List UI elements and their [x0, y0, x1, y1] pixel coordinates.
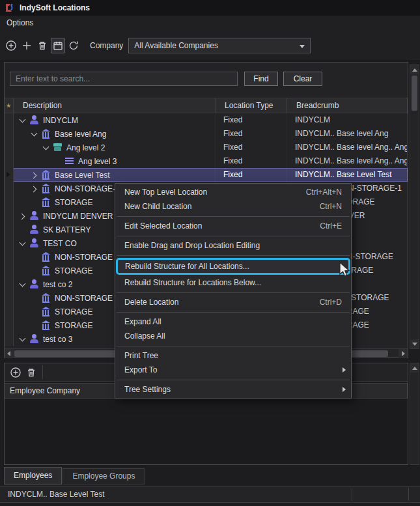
- search-input[interactable]: [10, 72, 238, 86]
- row-label: TEST CO: [43, 239, 77, 248]
- menu-separator: [117, 380, 350, 380]
- scroll-left-arrow-icon[interactable]: [5, 349, 14, 358]
- add-child-location-button[interactable]: [20, 38, 34, 53]
- collapse-chevron-icon[interactable]: [31, 185, 38, 193]
- menu-separator: [117, 312, 350, 313]
- location-type-cell: Fixed: [216, 141, 287, 154]
- row-indicator: [5, 154, 14, 168]
- tree-row[interactable]: INDYCLM Fixed INDYCLM: [5, 113, 408, 127]
- expand-chevron-icon[interactable]: [19, 335, 27, 343]
- breadcrumb-cell: INDYCLM.. Base level Ang: [287, 127, 408, 141]
- add-employee-button[interactable]: [8, 365, 23, 380]
- column-header-location-type[interactable]: Location Type: [216, 98, 287, 113]
- expand-chevron-icon[interactable]: [19, 240, 27, 247]
- row-indicator: [5, 113, 14, 127]
- tab-employee-groups[interactable]: Employee Groups: [63, 468, 145, 485]
- scroll-down-arrow-icon[interactable]: [410, 339, 419, 348]
- menu-item-delete-location[interactable]: Delete LocationCtrl+D: [115, 295, 351, 309]
- building-icon: [41, 293, 51, 303]
- expand-chevron-icon[interactable]: [19, 117, 27, 124]
- menu-item-label: Tree Settings: [124, 385, 171, 394]
- menu-item-edit-selected-location[interactable]: Edit Selected LocationCtrl+E: [115, 219, 351, 233]
- tree-row[interactable]: Ang level 3 Fixed INDYCLM.. Base level A…: [5, 154, 408, 168]
- menu-item-print-tree[interactable]: Print Tree: [115, 348, 351, 363]
- menu-item-new-child-location[interactable]: New Child LocationCtrl+N: [115, 199, 351, 214]
- menu-separator: [117, 255, 350, 256]
- find-button[interactable]: Find: [244, 72, 278, 86]
- scroll-up-arrow-icon[interactable]: [410, 65, 419, 74]
- row-indicator: [5, 209, 14, 223]
- trash-icon: [36, 40, 48, 51]
- delete-location-button[interactable]: [35, 38, 49, 53]
- row-label: STORAGE: [55, 321, 92, 330]
- breadcrumb-cell: INDYCLM.. Base Level Test: [287, 168, 408, 182]
- menu-item-tree-settings[interactable]: Tree Settings: [115, 382, 351, 397]
- circle-plus-icon: [5, 40, 17, 51]
- calendar-icon: [52, 40, 64, 51]
- row-indicator: [5, 277, 14, 291]
- chevron-spacer: [54, 158, 62, 165]
- expand-chevron-icon[interactable]: [31, 130, 38, 138]
- delete-employee-button[interactable]: [24, 365, 38, 380]
- clear-button[interactable]: Clear: [283, 72, 322, 86]
- row-indicator: [5, 127, 14, 141]
- company-icon: [29, 238, 40, 248]
- tree-row[interactable]: Ang level 2 Fixed INDYCLM.. Base level A…: [5, 141, 408, 154]
- column-header-description[interactable]: Description: [14, 98, 216, 113]
- calendar-view-button[interactable]: [51, 38, 65, 53]
- row-indicator: [5, 141, 14, 154]
- scroll-up-arrow-icon[interactable]: [410, 363, 419, 372]
- mouse-cursor: [339, 262, 352, 279]
- row-label: STORAGE: [55, 266, 92, 275]
- tree-row-selected[interactable]: Base Level Test Fixed INDYCLM.. Base Lev…: [5, 168, 408, 182]
- breadcrumb-cell: INDYCLM: [287, 113, 408, 127]
- column-header-blank: [352, 384, 408, 398]
- main-toolbar: Company All Available Companies: [0, 30, 420, 61]
- row-indicator: [5, 264, 14, 277]
- tree-row[interactable]: Base level Ang Fixed INDYCLM.. Base leve…: [5, 127, 408, 141]
- vertical-scrollbar[interactable]: [410, 64, 419, 349]
- row-indicator: [5, 195, 14, 209]
- breadcrumb-cell: INDYCLM.. Base level Ang.. Ang leve: [287, 141, 408, 154]
- expand-chevron-icon[interactable]: [42, 144, 50, 152]
- menu-item-label: Enable Drag and Drop Location Editing: [124, 241, 260, 250]
- menu-shortcut: Ctrl+E: [320, 221, 342, 231]
- refresh-button[interactable]: [66, 38, 81, 53]
- collapse-chevron-icon[interactable]: [31, 171, 38, 179]
- menu-item-label: Delete Location: [124, 298, 178, 307]
- row-label: NON-STORAGE: [55, 294, 113, 303]
- row-indicator: [5, 182, 14, 195]
- company-icon: [29, 115, 40, 125]
- tab-employees[interactable]: Employees: [4, 467, 62, 485]
- scroll-right-arrow-icon[interactable]: [399, 349, 408, 358]
- menu-item-label: Collapse All: [124, 331, 165, 341]
- row-label: STORAGE: [55, 198, 92, 207]
- menu-item-new-top-level-location[interactable]: New Top Level LocationCtrl+Alt+N: [115, 185, 351, 199]
- menu-options[interactable]: Options: [0, 16, 40, 30]
- menu-separator: [117, 292, 350, 293]
- menu-item-rebuild-structure-locations-below[interactable]: Rebuild Structure for Locations Below...: [115, 275, 351, 290]
- collapse-chevron-icon[interactable]: [19, 212, 27, 220]
- menu-item-label: Rebuild Structure for All Locations...: [125, 262, 249, 271]
- menu-item-label: New Top Level Location: [124, 188, 207, 197]
- add-top-location-button[interactable]: [4, 38, 18, 53]
- chevron-spacer: [31, 253, 38, 261]
- column-header-breadcrumb[interactable]: Breadcrumb: [287, 98, 408, 113]
- menu-item-collapse-all[interactable]: Collapse All: [115, 329, 351, 343]
- row-label: NON-STORAGE-1: [55, 184, 120, 193]
- vertical-scrollbar-thumb[interactable]: [412, 76, 417, 111]
- employee-vertical-scrollbar[interactable]: [410, 363, 419, 465]
- company-icon: [29, 279, 40, 289]
- indicator-header-cell: [5, 98, 14, 113]
- menu-item-rebuild-structure-all-locations[interactable]: Rebuild Structure for All Locations...: [116, 258, 350, 275]
- container-icon: [53, 143, 63, 152]
- submenu-arrow-icon: [343, 367, 346, 372]
- company-dropdown[interactable]: All Available Companies: [128, 38, 311, 53]
- menu-item-expand-all[interactable]: Expand All: [115, 315, 351, 329]
- row-label: Base Level Test: [55, 171, 110, 180]
- menu-item-enable-drag-drop-editing[interactable]: Enable Drag and Drop Location Editing: [115, 238, 351, 253]
- company-icon: [29, 334, 40, 344]
- menu-separator: [117, 346, 350, 346]
- expand-chevron-icon[interactable]: [19, 281, 27, 288]
- menu-item-export-to[interactable]: Export To: [115, 363, 351, 377]
